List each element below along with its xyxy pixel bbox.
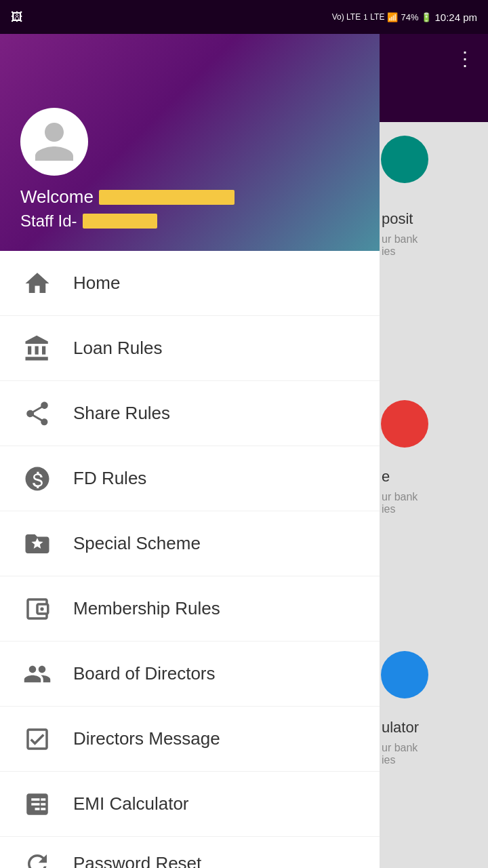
home-icon	[20, 267, 54, 300]
calculator-icon	[20, 787, 54, 821]
password-reset-label: Password Reset	[73, 853, 201, 868]
check-box-icon	[20, 722, 54, 756]
directors-message-label: Directors Message	[73, 728, 220, 749]
sidebar-item-special-scheme[interactable]: Special Scheme	[0, 511, 380, 576]
staff-id-label: Staff Id-	[20, 212, 77, 231]
time-display: 10:24 pm	[434, 12, 477, 23]
people-icon	[20, 657, 54, 691]
emi-calculator-label: EMI Calculator	[73, 793, 189, 814]
status-bar-left: 🖼	[11, 10, 23, 24]
sidebar-item-directors-message[interactable]: Directors Message	[0, 707, 380, 772]
sidebar-item-board-of-directors[interactable]: Board of Directors	[0, 642, 380, 707]
teal-icon-circle	[381, 136, 428, 183]
welcome-text: Welcome	[20, 186, 359, 208]
drawer-header: Welcome Staff Id-	[0, 34, 380, 251]
status-bar-icons: Vo) LTE 1 LTE 📶 74% 🔋 10:24 pm	[332, 12, 477, 23]
right-calc-text: ulator ur bank ies	[382, 719, 419, 766]
battery-icon: 🔋	[421, 12, 432, 22]
sidebar-item-loan-rules[interactable]: Loan Rules	[0, 316, 380, 381]
signal-bars: 📶	[387, 12, 398, 22]
avatar	[20, 108, 88, 176]
refresh-icon	[20, 847, 54, 869]
sim-icon: 1	[363, 13, 367, 21]
share-icon	[20, 397, 54, 431]
welcome-label: Welcome	[20, 186, 94, 208]
special-scheme-label: Special Scheme	[73, 533, 201, 554]
status-bar: 🖼 Vo) LTE 1 LTE 📶 74% 🔋 10:24 pm	[0, 0, 488, 34]
sidebar-item-fd-rules[interactable]: FD Rules	[0, 446, 380, 511]
sidebar-item-share-rules[interactable]: Share Rules	[0, 381, 380, 446]
membership-rules-label: Membership Rules	[73, 598, 220, 619]
battery-text: 74%	[401, 12, 418, 22]
svg-point-0	[40, 607, 43, 610]
sidebar-item-membership-rules[interactable]: Membership Rules	[0, 576, 380, 642]
share-rules-label: Share Rules	[73, 403, 170, 424]
home-label: Home	[73, 273, 120, 294]
dollar-icon	[20, 462, 54, 496]
three-dots-area: ⋮	[380, 34, 488, 122]
signal-text: Vo) LTE	[332, 12, 361, 22]
red-icon-circle	[381, 400, 428, 448]
navigation-drawer: Welcome Staff Id- Home Loan Rules	[0, 34, 380, 868]
drawer-menu: Home Loan Rules Share Rules FD Rules	[0, 251, 380, 868]
loan-rules-label: Loan Rules	[73, 338, 163, 359]
staff-id-text: Staff Id-	[20, 212, 359, 231]
sidebar-item-home[interactable]: Home	[0, 251, 380, 316]
right-deposit-text: posit ur bank ies	[382, 210, 418, 258]
blue-icon-circle	[381, 651, 428, 698]
more-options-icon[interactable]: ⋮	[455, 47, 474, 70]
lte-text: LTE	[370, 12, 384, 22]
sidebar-item-password-reset[interactable]: Password Reset	[0, 837, 380, 868]
star-folder-icon	[20, 527, 54, 561]
wallet-icon	[20, 592, 54, 626]
right-e-text: e ur bank ies	[382, 468, 418, 515]
sidebar-item-emi-calculator[interactable]: EMI Calculator	[0, 772, 380, 837]
bank-icon	[20, 332, 54, 366]
staff-id-redacted	[83, 214, 157, 229]
fd-rules-label: FD Rules	[73, 468, 146, 489]
username-redacted	[99, 190, 235, 205]
board-of-directors-label: Board of Directors	[73, 663, 216, 684]
